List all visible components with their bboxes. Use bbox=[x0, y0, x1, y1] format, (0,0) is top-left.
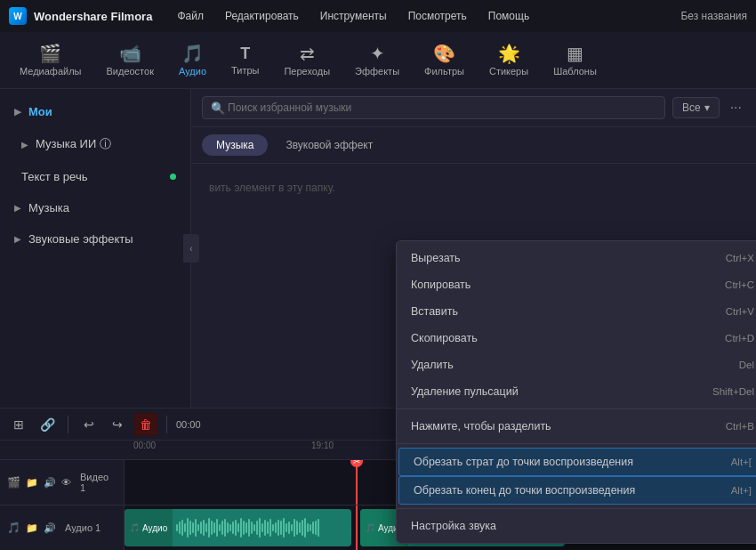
toolbar-audio[interactable]: 🎵 Аудио bbox=[166, 39, 219, 82]
menu-tools[interactable]: Инструменты bbox=[311, 6, 396, 26]
arrow-icon: ▶ bbox=[14, 107, 21, 117]
ctx-trim-end[interactable]: Обрезать конец до точки воспроизведения … bbox=[398, 476, 756, 505]
timeline-delete-button[interactable]: 🗑 bbox=[134, 413, 157, 436]
ctx-paste-shortcut: Ctrl+V bbox=[726, 306, 754, 317]
toolbar-effects-label: Эффекты bbox=[355, 66, 399, 77]
ctx-ripple-label: Удаление пульсаций bbox=[411, 385, 519, 398]
audio-track-header: 🎵 📁 🔊 Аудио 1 bbox=[0, 506, 125, 550]
templates-icon: ▦ bbox=[567, 44, 583, 62]
ctx-audio-settings-label: Настройка звука bbox=[411, 520, 496, 532]
audio-track-number: 🎵 bbox=[7, 522, 20, 534]
ctx-trim-start[interactable]: Обрезать страт до точки воспроизведения … bbox=[398, 448, 756, 476]
toolbar-transitions-label: Переходы bbox=[284, 66, 330, 77]
menu-edit[interactable]: Редактировать bbox=[216, 6, 308, 26]
timeline-grid-button[interactable]: ⊞ bbox=[7, 413, 30, 436]
toolbar-templates[interactable]: ▦ Шаблоны bbox=[541, 39, 609, 82]
search-bar: 🔍 Все ▾ ··· bbox=[191, 89, 756, 127]
toolbar-video-label: Видеосток bbox=[106, 66, 153, 77]
menu-help[interactable]: Помощь bbox=[479, 6, 538, 26]
search-filter-dropdown[interactable]: Все ▾ bbox=[672, 97, 720, 118]
sidebar-item-my[interactable]: ▶ Мои bbox=[0, 96, 190, 127]
ruler-mark-1: 19:10 bbox=[311, 441, 334, 450]
ctx-delete-shortcut: Del bbox=[739, 360, 754, 370]
audio-track-icon: 📁 bbox=[26, 522, 38, 534]
sidebar-sfx-label: Звуковые эффекты bbox=[28, 232, 133, 246]
video-track-speaker: 🔊 bbox=[44, 477, 56, 489]
menu-file[interactable]: Файл bbox=[168, 6, 213, 26]
ctx-paste-label: Вставить bbox=[411, 305, 458, 318]
filters-icon: 🎨 bbox=[433, 44, 455, 62]
tts-active-dot bbox=[170, 174, 176, 180]
ctx-copy-shortcut: Ctrl+C bbox=[725, 279, 754, 290]
chevron-down-icon: ▾ bbox=[704, 101, 710, 114]
toolbar-media[interactable]: 🎬 Медиафайлы bbox=[7, 39, 93, 82]
app-logo: W bbox=[9, 7, 27, 25]
sidebar-music-label: Музыка bbox=[28, 201, 69, 214]
waveform-bars-1 bbox=[176, 518, 319, 538]
effects-icon: ✦ bbox=[370, 44, 385, 62]
video-track-number: 🎬 bbox=[7, 476, 20, 489]
ruler-mark-0: 00:00 bbox=[133, 441, 156, 450]
tab-music[interactable]: Музыка bbox=[202, 134, 268, 156]
toolbar-video[interactable]: 📹 Видеосток bbox=[93, 39, 165, 82]
ctx-split-shortcut: Ctrl+B bbox=[726, 421, 754, 432]
menu-bar: Файл Редактировать Инструменты Посмотрет… bbox=[168, 6, 538, 26]
ctx-trim-start-label: Обрезать страт до точки воспроизведения bbox=[414, 456, 633, 468]
ctx-ripple-shortcut: Shift+Del bbox=[712, 386, 754, 397]
titles-icon: T bbox=[240, 45, 250, 61]
video-track-header: 🎬 📁 🔊 👁 Видео 1 bbox=[0, 460, 125, 505]
toolbar-effects[interactable]: ✦ Эффекты bbox=[342, 39, 412, 82]
search-input[interactable] bbox=[202, 96, 665, 119]
ctx-split[interactable]: Нажмите, чтобы разделить Ctrl+B bbox=[397, 413, 756, 440]
toolbar-transitions[interactable]: ⇄ Переходы bbox=[271, 39, 342, 82]
ctx-audio-settings[interactable]: Настройка звука bbox=[397, 513, 756, 539]
ctx-duplicate[interactable]: Скопировать Ctrl+D bbox=[397, 325, 756, 352]
ctx-delete[interactable]: Удалить Del bbox=[397, 352, 756, 378]
ctx-trim-end-shortcut: Alt+] bbox=[731, 485, 752, 496]
content-panel: 🔍 Все ▾ ··· Музыка Звуковой эффект вить … bbox=[191, 89, 756, 408]
content-tabs: Музыка Звуковой эффект bbox=[191, 127, 756, 164]
stickers-icon: 🌟 bbox=[498, 44, 520, 62]
search-more-button[interactable]: ··· bbox=[727, 98, 745, 117]
toolbar-titles[interactable]: T Титры bbox=[219, 40, 271, 81]
timeline-redo-button[interactable]: ↪ bbox=[106, 413, 129, 436]
playhead-head: ✂ bbox=[350, 460, 363, 467]
timeline-undo-button[interactable]: ↩ bbox=[77, 413, 101, 436]
arrow-icon-4: ▶ bbox=[14, 234, 21, 244]
sidebar-item-sfx[interactable]: ▶ Звуковые эффекты bbox=[0, 223, 190, 255]
toolbar-stickers-label: Стикеры bbox=[489, 66, 528, 77]
ctx-ripple-delete[interactable]: Удаление пульсаций Shift+Del bbox=[397, 378, 756, 405]
scissors-icon: ✂ bbox=[353, 460, 360, 466]
timeline-link-button[interactable]: 🔗 bbox=[36, 413, 59, 436]
sidebar-my-label: Мои bbox=[28, 105, 52, 118]
playhead-audio bbox=[356, 506, 358, 550]
menu-view[interactable]: Посмотреть bbox=[399, 6, 476, 26]
title-bar: W Wondershare Filmora Файл Редактировать… bbox=[0, 0, 756, 32]
ctx-separator-2 bbox=[397, 443, 756, 444]
video-track-icon: 📁 bbox=[26, 477, 38, 489]
sidebar-collapse-button[interactable]: ‹ bbox=[183, 234, 199, 263]
transitions-icon: ⇄ bbox=[300, 44, 315, 62]
audio-waveform-1 bbox=[173, 509, 351, 546]
ctx-cut[interactable]: Вырезать Ctrl+X bbox=[397, 245, 756, 271]
tab-sfx[interactable]: Звуковой эффект bbox=[271, 134, 387, 156]
toolbar-filters-label: Фильтры bbox=[424, 66, 464, 77]
app-brand: Wondershare Filmora bbox=[34, 10, 152, 23]
timeline-time-start: 00:00 bbox=[176, 419, 201, 430]
toolbar-filters[interactable]: 🎨 Фильтры bbox=[412, 39, 477, 82]
toolbar-audio-label: Аудио bbox=[179, 66, 206, 77]
toolbar-stickers[interactable]: 🌟 Стикеры bbox=[477, 39, 541, 82]
sidebar-item-music[interactable]: ▶ Музыка bbox=[0, 192, 190, 223]
sidebar-ai-label: Музыка ИИ ⓘ bbox=[36, 136, 111, 152]
main-area: ▶ Мои ▶ Музыка ИИ ⓘ Текст в речь ▶ Музык… bbox=[0, 89, 756, 408]
filter-label: Все bbox=[682, 101, 701, 114]
sidebar-item-tts[interactable]: Текст в речь bbox=[0, 161, 190, 192]
audio-clip-1[interactable]: 🎵 Аудио bbox=[125, 509, 351, 546]
sidebar-item-ai-music[interactable]: ▶ Музыка ИИ ⓘ bbox=[0, 127, 190, 161]
ctx-paste[interactable]: Вставить Ctrl+V bbox=[397, 298, 756, 325]
ctx-duplicate-shortcut: Ctrl+D bbox=[725, 333, 754, 344]
main-toolbar: 🎬 Медиафайлы 📹 Видеосток 🎵 Аудио T Титры… bbox=[0, 32, 756, 89]
ctx-separator-3 bbox=[397, 508, 756, 509]
audio-sidebar: ▶ Мои ▶ Музыка ИИ ⓘ Текст в речь ▶ Музык… bbox=[0, 89, 191, 408]
ctx-copy[interactable]: Копировать Ctrl+C bbox=[397, 271, 756, 298]
